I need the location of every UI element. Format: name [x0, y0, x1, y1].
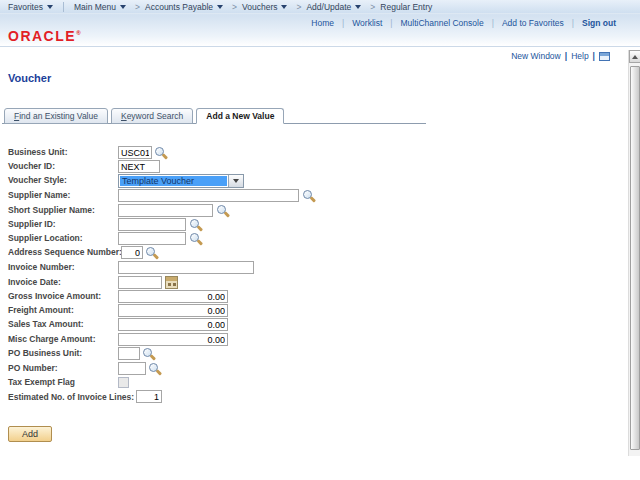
- tab-find-existing-value[interactable]: Find an Existing Value: [4, 108, 108, 124]
- misc-charge-amount-input[interactable]: [118, 333, 228, 346]
- vertical-scrollbar[interactable]: [628, 50, 640, 456]
- new-window-link[interactable]: New Window: [511, 51, 561, 61]
- chevron-down-icon: [120, 5, 126, 9]
- breadcrumb-separator: >: [370, 2, 375, 12]
- divider: |: [572, 18, 574, 28]
- divider: |: [342, 18, 344, 28]
- chevron-down-icon: [355, 5, 361, 9]
- supplier-name-lookup-icon[interactable]: [302, 189, 316, 202]
- po-number-input[interactable]: [118, 362, 146, 375]
- field-row-sales-tax-amount: Sales Tax Amount:: [8, 318, 623, 331]
- po-business-unit-label: PO Business Unit:: [8, 348, 82, 358]
- supplier-location-input[interactable]: [118, 232, 186, 245]
- breadcrumb-add-update[interactable]: Add/Update: [306, 2, 361, 12]
- field-row-invoice-date: Invoice Date:: [8, 276, 623, 289]
- field-row-supplier-name: Supplier Name:: [8, 189, 623, 202]
- breadcrumb-label: Vouchers: [242, 2, 277, 12]
- business-unit-input[interactable]: [118, 146, 152, 159]
- short-supplier-name-lookup-icon[interactable]: [216, 204, 230, 217]
- voucher-style-selected-value: Template Voucher: [120, 176, 227, 186]
- breadcrumb-label: Accounts Payable: [145, 2, 213, 12]
- page-title: Voucher: [8, 72, 51, 84]
- supplier-id-input[interactable]: [118, 218, 186, 231]
- tab-label: Add a New Value: [206, 111, 274, 121]
- favorites-menu[interactable]: Favorites: [8, 2, 53, 12]
- gross-invoice-amount-input[interactable]: [118, 290, 228, 303]
- voucher-id-label: Voucher ID:: [8, 161, 55, 171]
- po-business-unit-input[interactable]: [118, 347, 140, 360]
- field-row-voucher-style: Voucher Style: Template Voucher: [8, 174, 623, 187]
- tab-bar: Find an Existing Value Keyword Search Ad…: [4, 108, 287, 124]
- help-link[interactable]: Help: [571, 51, 588, 61]
- divider: [63, 2, 64, 12]
- voucher-style-select[interactable]: Template Voucher: [118, 174, 244, 188]
- worklist-link[interactable]: Worklist: [352, 18, 382, 28]
- field-row-tax-exempt-flag: Tax Exempt Flag: [8, 376, 623, 389]
- page-links: New Window | Help |: [511, 51, 610, 61]
- supplier-id-lookup-icon[interactable]: [189, 218, 203, 231]
- chevron-down-icon: [47, 5, 53, 9]
- invoice-date-input[interactable]: [118, 276, 162, 289]
- supplier-location-lookup-icon[interactable]: [189, 232, 203, 245]
- favorites-label: Favorites: [8, 2, 43, 12]
- calendar-icon[interactable]: [165, 276, 178, 289]
- field-row-gross-invoice-amount: Gross Invoice Amount:: [8, 290, 623, 303]
- estimated-invoice-lines-input[interactable]: [136, 390, 162, 403]
- short-supplier-name-label: Short Supplier Name:: [8, 205, 95, 215]
- breadcrumb-separator: >: [296, 2, 301, 12]
- field-row-estimated-invoice-lines: Estimated No. of Invoice Lines:: [8, 390, 162, 403]
- po-number-label: PO Number:: [8, 363, 58, 373]
- freight-amount-input[interactable]: [118, 304, 228, 317]
- scroll-up-icon[interactable]: [629, 50, 640, 63]
- add-button[interactable]: Add: [8, 426, 52, 442]
- divider: |: [492, 18, 494, 28]
- invoice-number-input[interactable]: [118, 261, 254, 274]
- breadcrumb-label: Regular Entry: [380, 2, 432, 12]
- scrollbar-thumb[interactable]: [630, 66, 640, 450]
- field-row-supplier-location: Supplier Location:: [8, 232, 623, 245]
- tab-label: ind an Existing Value: [19, 111, 98, 121]
- invoice-number-label: Invoice Number:: [8, 262, 75, 272]
- divider: |: [593, 51, 595, 61]
- address-sequence-number-lookup-icon[interactable]: [145, 246, 159, 259]
- po-business-unit-lookup-icon[interactable]: [142, 347, 156, 360]
- multichannel-console-link[interactable]: MultiChannel Console: [401, 18, 484, 28]
- tab-label: eyword Search: [127, 111, 184, 121]
- address-sequence-number-input[interactable]: [121, 246, 143, 259]
- breadcrumb-separator: >: [232, 2, 237, 12]
- utility-links: Home | Worklist | MultiChannel Console |…: [0, 15, 622, 30]
- sales-tax-amount-input[interactable]: [118, 318, 228, 331]
- address-sequence-number-label: Address Sequence Number:: [8, 247, 122, 257]
- chevron-down-icon: [281, 5, 287, 9]
- breadcrumb-label: Add/Update: [306, 2, 351, 12]
- breadcrumb-accounts-payable[interactable]: Accounts Payable: [145, 2, 223, 12]
- personalize-page-icon[interactable]: [599, 52, 610, 61]
- main-menu[interactable]: Main Menu: [74, 2, 126, 12]
- field-row-short-supplier-name: Short Supplier Name:: [8, 204, 623, 217]
- sales-tax-amount-label: Sales Tax Amount:: [8, 319, 84, 329]
- sign-out-link[interactable]: Sign out: [582, 18, 616, 28]
- tab-add-new-value[interactable]: Add a New Value: [196, 108, 284, 124]
- business-unit-label: Business Unit:: [8, 147, 68, 157]
- business-unit-lookup-icon[interactable]: [154, 146, 168, 159]
- gross-invoice-amount-label: Gross Invoice Amount:: [8, 291, 101, 301]
- page-header: Favorites Main Menu > Accounts Payable >…: [0, 0, 640, 47]
- invoice-date-label: Invoice Date:: [8, 277, 61, 287]
- field-row-business-unit: Business Unit:: [8, 146, 623, 159]
- supplier-location-label: Supplier Location:: [8, 233, 83, 243]
- supplier-name-input[interactable]: [118, 189, 299, 202]
- field-row-freight-amount: Freight Amount:: [8, 304, 623, 317]
- breadcrumb-vouchers[interactable]: Vouchers: [242, 2, 287, 12]
- breadcrumb-separator: >: [135, 2, 140, 12]
- po-number-lookup-icon[interactable]: [148, 362, 162, 375]
- divider: |: [565, 51, 567, 61]
- chevron-down-icon[interactable]: [228, 175, 243, 187]
- short-supplier-name-input[interactable]: [118, 204, 213, 217]
- voucher-id-input[interactable]: [118, 160, 160, 173]
- tax-exempt-flag-checkbox[interactable]: [118, 377, 129, 388]
- home-link[interactable]: Home: [311, 18, 334, 28]
- supplier-id-label: Supplier ID:: [8, 219, 56, 229]
- add-to-favorites-link[interactable]: Add to Favorites: [502, 18, 564, 28]
- main-menu-label: Main Menu: [74, 2, 116, 12]
- tab-keyword-search[interactable]: Keyword Search: [111, 108, 193, 124]
